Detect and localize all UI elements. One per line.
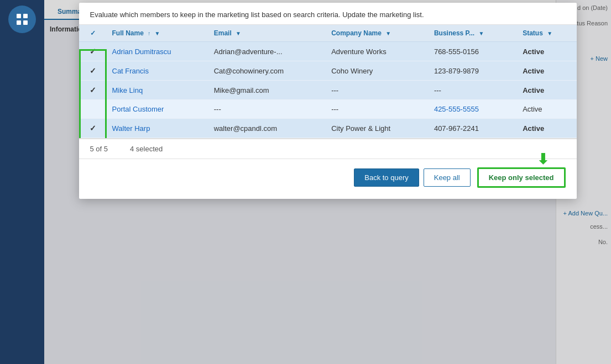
table-row[interactable]: ✓Mike LinqMike@gmail.com------Active xyxy=(79,81,577,100)
email-label: Email xyxy=(214,29,232,37)
row-status: Active xyxy=(517,119,576,138)
header-company: Company Name ▼ xyxy=(326,25,429,42)
down-arrow-icon: ⬇ xyxy=(537,151,549,168)
svg-rect-2 xyxy=(17,20,21,25)
row-checkbox[interactable]: ✓ xyxy=(79,81,107,100)
row-email: Mike@gmail.com xyxy=(208,81,326,100)
modal-description: Evaluate which members to keep in the ma… xyxy=(79,3,577,25)
checkmark-icon: ✓ xyxy=(90,66,96,75)
modal-dialog: Evaluate which members to keep in the ma… xyxy=(79,3,577,199)
header-checkmark: ✓ xyxy=(90,29,96,37)
table-row[interactable]: ✓Cat FrancisCat@cohowinery.comCoho Winer… xyxy=(79,61,577,81)
row-company: Coho Winery xyxy=(326,61,429,81)
header-full-name: Full Name ↑ ▼ xyxy=(107,25,208,42)
row-status: Active xyxy=(517,100,576,119)
checkmark-icon: ✓ xyxy=(90,47,96,56)
row-email: Adrian@adventure-... xyxy=(208,42,326,61)
svg-rect-1 xyxy=(23,14,28,18)
row-status: Active xyxy=(517,61,576,81)
filter-icon-email[interactable]: ▼ xyxy=(236,30,241,36)
row-phone: 123-879-9879 xyxy=(429,61,517,81)
table-header-row: ✓ Full Name ↑ ▼ Email ▼ Company Name xyxy=(79,25,577,42)
header-checkbox-col[interactable]: ✓ xyxy=(79,25,107,42)
row-email: --- xyxy=(208,100,326,119)
header-status: Status ▼ xyxy=(517,25,576,42)
row-full-name[interactable]: Walter Harp xyxy=(107,119,208,138)
row-checkbox[interactable]: ✓ xyxy=(79,61,107,81)
app-logo xyxy=(8,6,36,33)
row-full-name[interactable]: Adrian Dumitrascu xyxy=(107,42,208,61)
business-phone-label: Business P... xyxy=(434,29,474,37)
table-body: ✓Adrian DumitrascuAdrian@adventure-...Ad… xyxy=(79,42,577,138)
filter-icon-name[interactable]: ▼ xyxy=(155,30,160,36)
keep-only-selected-wrapper: ⬇ Keep only selected xyxy=(477,167,566,188)
checkmark-icon: ✓ xyxy=(90,124,96,133)
row-checkbox[interactable]: ✓ xyxy=(79,119,107,138)
filter-icon-phone[interactable]: ▼ xyxy=(478,30,484,36)
name-link[interactable]: Adrian Dumitrascu xyxy=(112,48,171,56)
svg-rect-3 xyxy=(23,20,28,25)
header-email: Email ▼ xyxy=(208,25,326,42)
back-to-query-button[interactable]: Back to query xyxy=(354,168,419,187)
left-sidebar xyxy=(0,0,44,364)
logo-icon xyxy=(14,12,30,27)
record-count: 5 of 5 xyxy=(90,145,108,153)
keep-all-button[interactable]: Keep all xyxy=(424,168,471,187)
row-full-name[interactable]: Portal Customer xyxy=(107,100,208,119)
row-phone: --- xyxy=(429,81,517,100)
name-link[interactable]: Portal Customer xyxy=(112,105,164,113)
selected-count: 4 selected xyxy=(130,145,163,153)
row-status: Active xyxy=(517,42,576,61)
status-label: Status xyxy=(523,29,543,37)
modal-overlay: Evaluate which members to keep in the ma… xyxy=(44,0,611,364)
name-link[interactable]: Cat Francis xyxy=(112,67,149,75)
header-business-phone: Business P... ▼ xyxy=(429,25,517,42)
row-email: Cat@cohowinery.com xyxy=(208,61,326,81)
members-table: ✓ Full Name ↑ ▼ Email ▼ Company Name xyxy=(79,25,577,138)
filter-icon-company[interactable]: ▼ xyxy=(385,30,391,36)
members-table-container: ✓ Full Name ↑ ▼ Email ▼ Company Name xyxy=(79,25,577,138)
row-checkbox[interactable] xyxy=(79,100,107,119)
row-company: City Power & Light xyxy=(326,119,429,138)
row-company: --- xyxy=(326,81,429,100)
row-phone[interactable]: 425-555-5555 xyxy=(429,100,517,119)
row-status: Active xyxy=(517,81,576,100)
keep-only-selected-button[interactable]: Keep only selected xyxy=(477,167,566,188)
row-company: --- xyxy=(326,100,429,119)
modal-footer-info: 5 of 5 4 selected xyxy=(79,139,577,159)
row-full-name[interactable]: Cat Francis xyxy=(107,61,208,81)
table-row[interactable]: Portal Customer------425-555-5555Active xyxy=(79,100,577,119)
row-full-name[interactable]: Mike Linq xyxy=(107,81,208,100)
row-email: walter@cpandl.com xyxy=(208,119,326,138)
table-row[interactable]: ✓Walter Harpwalter@cpandl.comCity Power … xyxy=(79,119,577,138)
row-company: Adventure Works xyxy=(326,42,429,61)
name-link[interactable]: Mike Linq xyxy=(112,86,143,94)
sort-icon[interactable]: ↑ xyxy=(148,30,150,36)
table-row[interactable]: ✓Adrian DumitrascuAdrian@adventure-...Ad… xyxy=(79,42,577,61)
name-link[interactable]: Walter Harp xyxy=(112,124,150,133)
checkmark-icon: ✓ xyxy=(90,86,96,94)
modal-footer-buttons: Back to queryKeep all ⬇ Keep only select… xyxy=(79,159,577,199)
filter-icon-status[interactable]: ▼ xyxy=(547,30,552,36)
row-phone: 407-967-2241 xyxy=(429,119,517,138)
svg-rect-0 xyxy=(17,14,21,18)
full-name-label: Full Name xyxy=(112,29,144,37)
row-phone: 768-555-0156 xyxy=(429,42,517,61)
phone-link[interactable]: 425-555-5555 xyxy=(434,105,479,113)
row-checkbox[interactable]: ✓ xyxy=(79,42,107,61)
company-label: Company Name xyxy=(331,29,382,37)
